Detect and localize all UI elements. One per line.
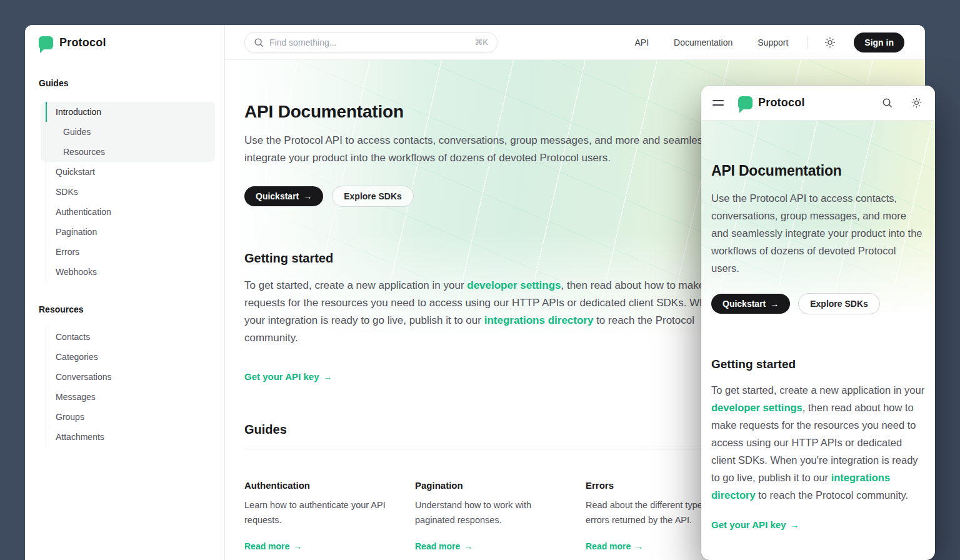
arrow-icon: →: [770, 299, 779, 309]
text-fragment: , then read about how to make requests f…: [711, 402, 918, 483]
getting-started-text: To get started, create a new application…: [244, 277, 731, 347]
mobile-quickstart-button[interactable]: Quickstart→: [711, 294, 790, 314]
protocol-logo-icon: [39, 36, 53, 49]
mobile-get-api-key-link[interactable]: Get your API key→: [711, 519, 799, 530]
mobile-hero-description: Use the Protocol API to access contacts,…: [711, 189, 925, 277]
explore-sdks-button[interactable]: Explore SDKs: [332, 186, 414, 207]
sidebar-item-groups[interactable]: Groups: [46, 407, 211, 427]
sidebar-item-introduction[interactable]: Introduction: [46, 102, 215, 122]
quickstart-button[interactable]: Quickstart→: [244, 186, 323, 206]
arrow-icon: →: [464, 541, 472, 551]
card-description: Learn how to authenticate your API reque…: [244, 498, 389, 528]
search-shortcut: ⌘K: [474, 38, 488, 47]
sidebar-section-resources: Resources: [39, 304, 211, 314]
sidebar-nav-guides: Introduction Guides Resources Quickstart…: [46, 102, 211, 282]
mobile-explore-sdks-button[interactable]: Explore SDKs: [798, 293, 880, 314]
mobile-logo[interactable]: Protocol: [738, 96, 805, 109]
sidebar-item-pagination[interactable]: Pagination: [46, 222, 211, 242]
sidebar-item-resources-anchor[interactable]: Resources: [46, 142, 215, 162]
menu-icon[interactable]: [712, 100, 724, 106]
theme-toggle[interactable]: [822, 35, 838, 50]
developer-settings-link[interactable]: developer settings: [467, 279, 561, 291]
sidebar-item-guides-anchor[interactable]: Guides: [46, 122, 215, 142]
guide-card-pagination: Pagination Understand how to work with p…: [415, 480, 560, 552]
integrations-directory-link[interactable]: integrations directory: [484, 314, 594, 326]
mobile-preview-panel: Protocol API Documentation Use the Pro: [701, 86, 935, 560]
sidebar-item-quickstart[interactable]: Quickstart: [46, 162, 211, 182]
sidebar-item-authentication[interactable]: Authentication: [46, 202, 211, 222]
card-title: Authentication: [244, 480, 389, 491]
search-input[interactable]: [269, 38, 469, 48]
sun-icon: [911, 98, 922, 108]
search-box[interactable]: ⌘K: [244, 32, 498, 53]
logo[interactable]: Protocol: [25, 25, 224, 60]
active-page-group: Introduction Guides Resources: [41, 102, 215, 162]
developer-settings-link[interactable]: developer settings: [711, 402, 802, 413]
header-divider: [807, 36, 808, 49]
sidebar-item-sdks[interactable]: SDKs: [46, 182, 211, 202]
sidebar-item-contacts[interactable]: Contacts: [46, 327, 211, 347]
read-more-link[interactable]: Read more→: [415, 541, 472, 551]
logo-text: Protocol: [758, 96, 805, 109]
top-header: ⌘K API Documentation Support Sign in: [225, 25, 925, 60]
sign-in-button[interactable]: Sign in: [854, 32, 904, 52]
sun-icon: [824, 37, 836, 48]
nav-link-api[interactable]: API: [635, 38, 649, 48]
search-icon: [254, 38, 264, 48]
mobile-page-title: API Documentation: [711, 162, 925, 179]
mobile-theme-toggle[interactable]: [909, 96, 924, 111]
guide-card-authentication: Authentication Learn how to authenticate…: [244, 480, 389, 552]
arrow-icon: →: [323, 371, 332, 382]
sidebar-item-categories[interactable]: Categories: [46, 347, 211, 367]
read-more-link[interactable]: Read more→: [586, 541, 643, 551]
protocol-logo-icon: [738, 96, 752, 109]
sidebar-item-messages[interactable]: Messages: [46, 387, 211, 407]
card-description: Understand how to work with paginated re…: [415, 498, 560, 528]
nav-link-documentation[interactable]: Documentation: [674, 38, 732, 48]
mobile-getting-started-text: To get started, create a new application…: [711, 381, 925, 504]
sidebar-item-attachments[interactable]: Attachments: [46, 427, 211, 447]
sidebar-nav-resources: Contacts Categories Conversations Messag…: [46, 327, 211, 447]
get-api-key-link[interactable]: Get your API key→: [244, 371, 332, 382]
hero-description: Use the Protocol API to access contacts,…: [244, 132, 758, 167]
arrow-icon: →: [293, 541, 302, 551]
search-icon: [882, 98, 892, 108]
nav-link-support[interactable]: Support: [758, 38, 788, 48]
arrow-icon: →: [790, 519, 799, 530]
arrow-icon: →: [634, 541, 643, 551]
active-indicator: [46, 102, 47, 122]
logo-text: Protocol: [59, 36, 106, 49]
mobile-getting-started-section: Getting started To get started, create a…: [711, 358, 925, 531]
sidebar-item-webhooks[interactable]: Webhooks: [46, 262, 211, 282]
sidebar: Protocol Guides Introduction Guides Reso…: [25, 25, 225, 560]
text-fragment: To get started, create a new application…: [711, 384, 924, 396]
sidebar-section-guides: Guides: [39, 78, 211, 88]
read-more-link[interactable]: Read more→: [244, 541, 302, 551]
mobile-header: Protocol: [701, 86, 935, 121]
text-fragment: to reach the Protocol community.: [756, 489, 909, 501]
mobile-content: API Documentation Use the Protocol API t…: [701, 121, 935, 531]
arrow-icon: →: [303, 191, 312, 201]
mobile-getting-started-title: Getting started: [711, 358, 925, 371]
text-fragment: To get started, create a new application…: [244, 279, 467, 291]
mobile-search-button[interactable]: [879, 96, 894, 111]
card-title: Pagination: [415, 480, 560, 491]
sidebar-item-conversations[interactable]: Conversations: [46, 367, 211, 387]
sidebar-item-errors[interactable]: Errors: [46, 242, 211, 262]
